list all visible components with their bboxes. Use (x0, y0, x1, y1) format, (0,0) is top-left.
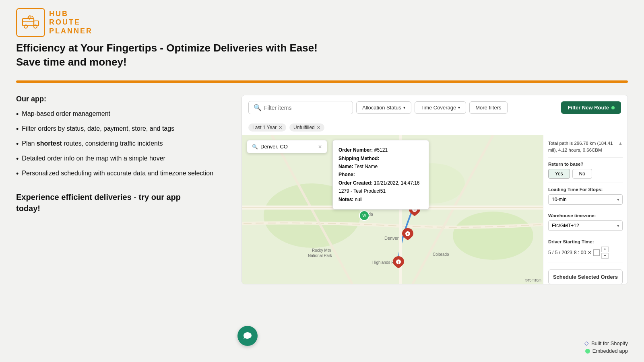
tag-unfulfilled[interactable]: Unfulfilled ✕ (289, 123, 324, 132)
map-container: Denver Arvada Cheyenne Highlands Ranch R… (242, 135, 543, 284)
embedded-item: Embedded app (585, 348, 628, 354)
chevron-up-icon[interactable]: ▲ (618, 140, 623, 147)
feature-text-4: Detailed order info on the map with a si… (22, 154, 165, 163)
notes-value: null (355, 197, 363, 202)
headline: Efficiency at Your Fingertips - Optimize… (16, 41, 628, 69)
phone-label: Phone: (339, 172, 355, 177)
feature-text-5: Personalized scheduling with accurate da… (22, 169, 213, 178)
our-app-label: Our app: (16, 95, 225, 103)
schedule-selected-orders-button[interactable]: Schedule Selected Orders (548, 269, 623, 284)
search-icon: 🔍 (252, 144, 258, 150)
return-base-label: Return to base? (548, 162, 623, 167)
close-icon[interactable]: ✕ (318, 144, 322, 150)
order-number-label: Order Number: (339, 147, 373, 153)
headline-line1: Efficiency at Your Fingertips - Optimize… (16, 42, 318, 54)
loading-time-select[interactable]: 10-min (548, 194, 623, 205)
shopify-label: Built for Shopify (591, 340, 628, 346)
warehouse-tz-label: Warehouse timezone: (548, 213, 623, 218)
yes-no-buttons: Yes No (548, 169, 623, 179)
more-filters-button[interactable]: More filters (469, 101, 507, 114)
search-icon: 🔍 (254, 104, 262, 111)
cta-line2: today! (16, 204, 40, 213)
map-area: Denver Arvada Cheyenne Highlands Ranch R… (242, 135, 627, 284)
more-filters-label: More filters (475, 105, 501, 111)
warehouse-tz-select[interactable]: Etc/GMT+12 (548, 220, 623, 231)
time-minus-button[interactable]: − (601, 253, 609, 259)
app-toolbar: 🔍 Allocation Status ▾ Time Coverage ▾ Mo… (242, 95, 627, 120)
path-info-text: Total path is 296.78 km (184.41 mil), 4.… (548, 140, 618, 154)
calendar-icon[interactable] (593, 249, 600, 256)
map-search[interactable]: 🔍 ✕ (247, 140, 327, 153)
feature-text-1: Map-based order management (22, 109, 110, 119)
time-plus-button[interactable]: + (601, 247, 609, 252)
list-item: Filter orders by status, date, payment, … (16, 124, 225, 135)
headline-line2: Save time and money! (16, 56, 127, 68)
search-input[interactable] (264, 105, 348, 111)
shipping-method-label: Shipping Method: (339, 156, 379, 161)
warehouse-tz-select-wrapper: Etc/GMT+12 (548, 220, 623, 231)
svg-rect-0 (23, 19, 34, 26)
svg-text:Denver: Denver (384, 236, 399, 241)
cta-line1: Experience efficient deliveries - try ou… (16, 193, 181, 202)
loading-time-section: Loading Time For Stops: 10-min (548, 187, 623, 209)
map-right-panel: Total path is 296.78 km (184.41 mil), 4.… (543, 135, 627, 284)
app-panel: 🔍 Allocation Status ▾ Time Coverage ▾ Mo… (242, 95, 628, 284)
name-label: Name: (339, 164, 353, 169)
chat-bubble[interactable] (237, 326, 258, 346)
svg-text:Colorado: Colorado (433, 252, 449, 257)
tag-label: Last 1 Year (252, 125, 277, 130)
filter-new-route-button[interactable]: Filter New Route (561, 101, 621, 114)
logo-line2: ROUTE (49, 18, 93, 27)
cta-text: Experience efficient deliveries - try ou… (16, 191, 225, 214)
loading-time-select-wrapper: 10-min (548, 194, 623, 205)
list-item: Plan shortest routes, considering traffi… (16, 139, 225, 150)
tomtom-credit: ©TomTom (525, 278, 541, 282)
time-stepper: + − (601, 247, 609, 259)
header: HUB ROUTE PLANNER (0, 0, 644, 41)
driver-start-label: Driver Starting Time: (548, 239, 623, 244)
close-icon[interactable]: ✕ (279, 125, 282, 130)
shopify-item: ◇ Built for Shopify (584, 340, 628, 346)
filter-new-route-label: Filter New Route (568, 105, 609, 111)
order-created-value: 10/21/2022, 14:47:16 (374, 180, 419, 186)
product-line: 1279 - Test Product51 (339, 187, 423, 195)
no-button[interactable]: No (572, 169, 592, 179)
allocation-status-button[interactable]: Allocation Status ▾ (356, 101, 411, 114)
search-box[interactable]: 🔍 (248, 101, 353, 114)
left-panel: Our app: Map-based order management Filt… (16, 95, 242, 214)
main-content: Our app: Map-based order management Filt… (0, 83, 644, 292)
embedded-icon (585, 349, 590, 354)
chevron-down-icon: ▾ (403, 105, 405, 110)
active-indicator (611, 106, 615, 109)
allocation-status-label: Allocation Status (362, 105, 401, 111)
feature-text-3: Plan shortest routes, considering traffi… (22, 139, 163, 148)
name-value: Test Name (355, 164, 378, 169)
warehouse-tz-section: Warehouse timezone: Etc/GMT+12 (548, 213, 623, 235)
feature-list: Map-based order management Filter orders… (16, 109, 225, 179)
svg-text:National Park: National Park (308, 253, 332, 258)
filter-tags: Last 1 Year ✕ Unfulfilled ✕ (242, 120, 627, 135)
svg-text:1: 1 (398, 261, 400, 264)
order-popup: Order Number: #5121 Shipping Method: Nam… (332, 140, 429, 210)
close-icon[interactable]: ✕ (317, 125, 320, 130)
order-created-label: Order Created: (339, 180, 373, 186)
time-coverage-button[interactable]: Time Coverage ▾ (415, 101, 466, 114)
tag-label: Unfulfilled (293, 125, 315, 130)
yes-button[interactable]: Yes (548, 169, 570, 179)
map-search-input[interactable] (260, 144, 316, 150)
logo-icon (16, 8, 45, 37)
feature-text-2: Filter orders by status, date, payment, … (22, 124, 174, 134)
driver-time: 8 : 00 (574, 250, 586, 255)
tag-last-year[interactable]: Last 1 Year ✕ (248, 123, 286, 132)
time-coverage-label: Time Coverage (421, 105, 456, 111)
chevron-down-icon: ▾ (458, 105, 460, 110)
logo-text: HUB ROUTE PLANNER (49, 10, 93, 36)
clear-time-icon[interactable]: ✕ (588, 250, 592, 255)
return-base-section: Return to base? Yes No (548, 162, 623, 183)
driver-time-section: Driver Starting Time: 5 / 5 / 2023 8 : 0… (548, 239, 623, 263)
chat-icon (243, 331, 252, 341)
svg-point-10 (453, 212, 533, 260)
notes-label: Notes: (339, 197, 353, 202)
shopify-icon: ◇ (584, 340, 589, 346)
path-info: Total path is 296.78 km (184.41 mil), 4.… (548, 140, 623, 158)
